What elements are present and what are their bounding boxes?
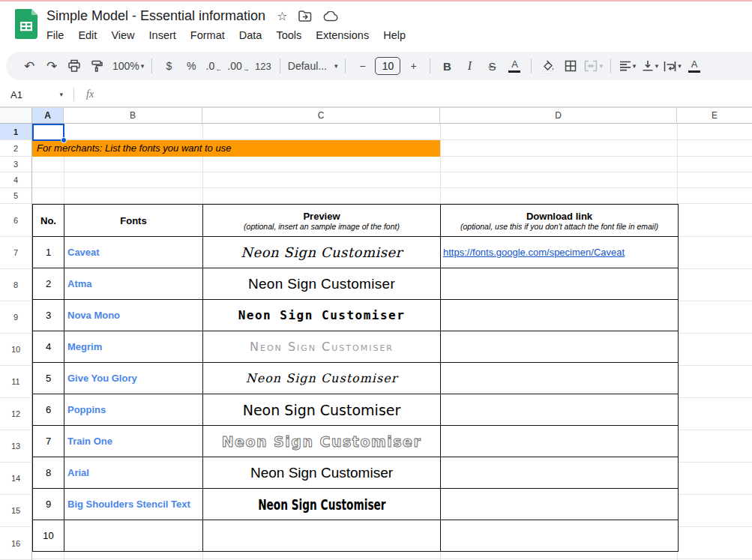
column-header-c[interactable]: C: [202, 108, 440, 124]
row-header-2[interactable]: 2: [0, 140, 32, 157]
cell-font-name[interactable]: Big Shoulders Stencil Text: [64, 489, 203, 520]
font-name-selector[interactable]: Defaul... ▾: [288, 56, 338, 76]
cell-font-name[interactable]: [64, 520, 203, 552]
undo-button[interactable]: ↶: [20, 56, 38, 76]
italic-button[interactable]: I: [460, 56, 478, 76]
cell-preview[interactable]: Neon Sign Customiser: [203, 394, 441, 426]
cell-no[interactable]: 6: [33, 394, 64, 426]
row-header-3[interactable]: 3: [0, 157, 32, 172]
move-folder-icon[interactable]: [298, 10, 312, 22]
cell-preview[interactable]: Neon Sign Customiser: [203, 426, 441, 457]
cell-link[interactable]: [441, 363, 679, 394]
cell-font-name[interactable]: Caveat: [64, 237, 203, 268]
cell-preview[interactable]: Neon Sign Customiser: [203, 489, 441, 520]
cell-preview[interactable]: Neon Sign Customiser: [203, 300, 441, 331]
cell-preview[interactable]: Neon Sign Customiser: [203, 331, 441, 363]
decrease-decimal-button[interactable]: .0 ←: [205, 56, 223, 76]
cell-no[interactable]: 9: [33, 489, 64, 520]
header-download-link[interactable]: Download link (optional, use this if you…: [441, 205, 679, 237]
column-header-a[interactable]: A: [32, 108, 64, 124]
menu-insert[interactable]: Insert: [148, 28, 177, 43]
row-header-14[interactable]: 14: [0, 463, 32, 495]
merchant-notice-cell[interactable]: For merchants: List the fonts you want t…: [32, 140, 440, 157]
menu-tools[interactable]: Tools: [275, 28, 302, 43]
more-formats-button[interactable]: 123: [254, 56, 272, 76]
cell-font-name[interactable]: Give You Glory: [64, 363, 203, 394]
cell-font-name[interactable]: Nova Mono: [64, 300, 203, 331]
text-color-button[interactable]: A: [505, 56, 523, 76]
menu-edit[interactable]: Edit: [77, 28, 97, 43]
cloud-saved-icon[interactable]: [323, 11, 338, 22]
google-sheets-logo[interactable]: [15, 9, 37, 39]
cell-font-name[interactable]: Atma: [64, 268, 203, 300]
cell-no[interactable]: 1: [33, 237, 64, 268]
cell-no[interactable]: 7: [33, 426, 64, 457]
row-header-6[interactable]: 6: [0, 204, 32, 237]
header-preview[interactable]: Preview (optional, insert an sample imag…: [203, 205, 441, 237]
name-box[interactable]: A1 ▾: [0, 89, 69, 100]
star-icon[interactable]: ☆: [277, 10, 287, 22]
print-button[interactable]: [65, 56, 83, 76]
cell-link[interactable]: [441, 457, 679, 489]
increase-decimal-button[interactable]: .00 →: [227, 56, 249, 76]
cell-no[interactable]: 8: [33, 457, 64, 489]
cell-no[interactable]: 3: [33, 300, 64, 331]
header-no[interactable]: No.: [33, 205, 64, 237]
row-header-5[interactable]: 5: [0, 188, 32, 204]
text-wrap-button[interactable]: ▾: [664, 56, 682, 76]
redo-button[interactable]: ↷: [43, 56, 61, 76]
cell-link[interactable]: [441, 300, 679, 331]
row-header-9[interactable]: 9: [0, 301, 32, 334]
zoom-control[interactable]: 100% ▾: [112, 56, 144, 76]
cell-no[interactable]: 4: [33, 331, 64, 363]
text-rotation-button[interactable]: A: [685, 56, 703, 76]
cell-no[interactable]: 2: [33, 268, 64, 300]
bold-button[interactable]: B: [438, 56, 456, 76]
merge-cells-button[interactable]: ▾: [584, 56, 603, 76]
format-percent-button[interactable]: %: [182, 56, 200, 76]
paint-format-button[interactable]: [88, 56, 106, 76]
font-size-input[interactable]: 10: [375, 57, 400, 75]
column-header-e[interactable]: E: [677, 108, 752, 124]
menu-file[interactable]: File: [46, 28, 64, 43]
menu-format[interactable]: Format: [190, 28, 226, 43]
cell-preview[interactable]: Neon Sign Customiser: [203, 237, 441, 268]
menu-extensions[interactable]: Extensions: [315, 28, 370, 43]
row-header-1[interactable]: 1: [0, 124, 32, 140]
vertical-align-button[interactable]: ▾: [641, 56, 659, 76]
column-header-d[interactable]: D: [440, 108, 677, 124]
strikethrough-button[interactable]: S: [483, 56, 501, 76]
cell-link[interactable]: https://fonts.google.com/specimen/Caveat: [441, 237, 679, 268]
document-title[interactable]: Simple Model - Essential information: [46, 8, 265, 24]
menu-data[interactable]: Data: [238, 28, 263, 43]
cell-font-name[interactable]: Train One: [64, 426, 203, 457]
fill-color-button[interactable]: [539, 56, 557, 76]
cell-link[interactable]: [441, 268, 679, 300]
cell-preview[interactable]: Neon Sign Customiser: [203, 363, 441, 394]
row-header-12[interactable]: 12: [0, 398, 32, 430]
cell-no[interactable]: 10: [33, 520, 64, 552]
cell-font-name[interactable]: Poppins: [64, 394, 203, 426]
row-header-15[interactable]: 15: [0, 495, 32, 527]
decrease-font-size-button[interactable]: −: [353, 56, 371, 76]
row-header-11[interactable]: 11: [0, 366, 32, 398]
cell-link[interactable]: [441, 394, 679, 426]
cell-preview[interactable]: Neon Sign Customiser: [203, 268, 441, 300]
row-header-16[interactable]: 16: [0, 527, 32, 560]
row-header-10[interactable]: 10: [0, 334, 32, 366]
download-link[interactable]: https://fonts.google.com/specimen/Caveat: [443, 247, 625, 258]
format-currency-button[interactable]: $: [160, 56, 178, 76]
row-header-8[interactable]: 8: [0, 269, 32, 301]
row-header-13[interactable]: 13: [0, 430, 32, 463]
select-all-corner[interactable]: [0, 108, 32, 124]
cell-link[interactable]: [441, 520, 679, 552]
menu-help[interactable]: Help: [382, 28, 406, 43]
cell-font-name[interactable]: Arial: [64, 457, 203, 489]
row-header-7[interactable]: 7: [0, 237, 32, 269]
header-fonts[interactable]: Fonts: [64, 205, 203, 237]
menu-view[interactable]: View: [110, 28, 135, 43]
cell-no[interactable]: 5: [33, 363, 64, 394]
cell-link[interactable]: [441, 489, 679, 520]
fill-handle[interactable]: [61, 137, 67, 143]
column-header-b[interactable]: B: [64, 108, 202, 124]
